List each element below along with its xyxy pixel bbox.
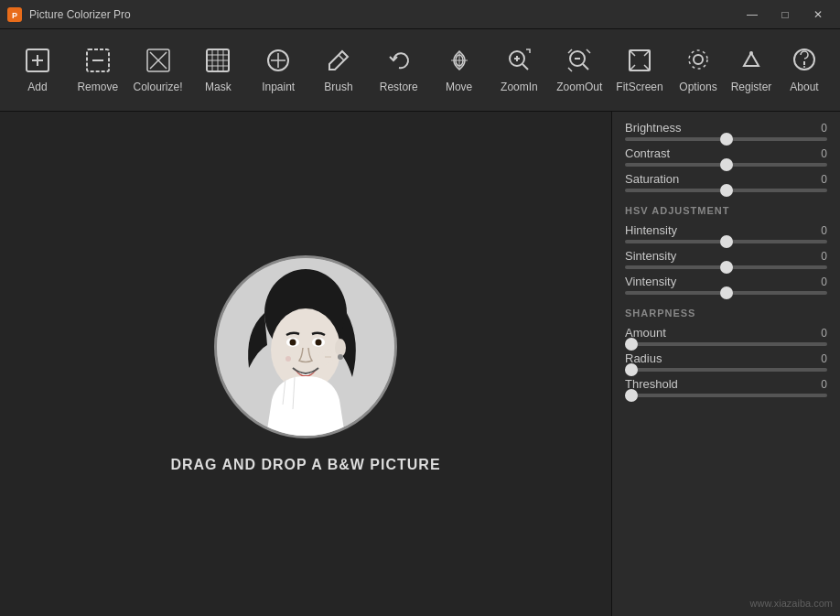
- tool-move-label: Move: [446, 81, 472, 93]
- svg-line-20: [339, 55, 344, 60]
- tool-colourize-label: Colourize!: [134, 81, 183, 93]
- tool-register-label: Register: [731, 81, 772, 93]
- amount-group: Amount 0: [625, 326, 827, 346]
- svg-point-44: [290, 339, 296, 345]
- tool-restore[interactable]: Restore: [371, 35, 427, 106]
- close-button[interactable]: ✕: [803, 5, 833, 24]
- tool-fitscreen-label: FitScreen: [616, 81, 662, 93]
- svg-point-34: [749, 51, 753, 55]
- fitscreen-icon: [627, 48, 652, 77]
- brightness-group: Brightness 0: [625, 121, 827, 141]
- tool-brush-label: Brush: [324, 81, 352, 93]
- sintensity-slider[interactable]: [625, 265, 827, 269]
- radius-group: Radius 0: [625, 351, 827, 372]
- drag-drop-text: DRAG AND DROP A B&W PICTURE: [170, 457, 440, 473]
- move-icon: [447, 48, 472, 77]
- tool-zoomin-label: ZoomIn: [501, 81, 538, 93]
- tool-remove-label: Remove: [77, 81, 118, 93]
- hsv-header: HSV ADJUSTMENT: [625, 205, 827, 216]
- add-icon: [25, 48, 50, 77]
- tool-register[interactable]: Register: [725, 35, 778, 106]
- vintensity-group: Vintensity 0: [625, 275, 827, 295]
- saturation-group: Saturation 0: [625, 172, 827, 192]
- sintensity-group: Sintensity 0: [625, 249, 827, 269]
- minimize-button[interactable]: —: [738, 5, 767, 24]
- tool-brush[interactable]: Brush: [310, 35, 367, 106]
- right-panel: Brightness 0 Contrast 0 Saturation 0 HSV…: [611, 112, 840, 616]
- tool-options[interactable]: Options: [672, 35, 725, 106]
- toolbar-right: Options Register About: [672, 35, 831, 106]
- tool-inpaint[interactable]: Inpaint: [250, 35, 307, 106]
- tool-remove[interactable]: Remove: [70, 35, 126, 106]
- toolbar: Add Remove Colourize!: [0, 29, 840, 112]
- window-controls: — □ ✕: [738, 5, 833, 24]
- tool-add[interactable]: Add: [9, 35, 66, 106]
- colourize-icon: [145, 48, 171, 77]
- svg-point-46: [285, 356, 291, 362]
- svg-point-32: [694, 55, 703, 64]
- brush-icon: [326, 48, 351, 77]
- inpaint-icon: [265, 48, 291, 77]
- tool-move[interactable]: Move: [431, 35, 488, 106]
- contrast-slider[interactable]: [625, 163, 827, 167]
- sharpness-header: SHARPNESS: [625, 308, 827, 319]
- tool-zoomout-label: ZoomOut: [556, 81, 602, 93]
- zoomin-icon: [506, 48, 532, 77]
- tool-zoomout[interactable]: ZoomOut: [551, 35, 608, 106]
- about-icon: [792, 48, 816, 77]
- tool-inpaint-label: Inpaint: [262, 81, 295, 93]
- app-icon: P: [7, 7, 22, 22]
- mask-icon: [205, 48, 231, 77]
- vintensity-slider[interactable]: [625, 291, 827, 295]
- amount-slider[interactable]: [625, 342, 827, 346]
- tool-options-label: Options: [679, 81, 716, 93]
- canvas-area[interactable]: DRAG AND DROP A B&W PICTURE: [0, 112, 611, 616]
- tool-fitscreen[interactable]: FitScreen: [611, 35, 668, 106]
- tool-about[interactable]: About: [778, 35, 831, 106]
- threshold-slider[interactable]: [625, 394, 827, 397]
- svg-point-48: [338, 354, 343, 360]
- svg-point-37: [803, 66, 805, 68]
- contrast-group: Contrast 0: [625, 146, 827, 167]
- tool-add-label: Add: [27, 81, 47, 93]
- title-text: Picture Colorizer Pro: [29, 8, 131, 21]
- radius-slider[interactable]: [625, 368, 827, 372]
- portrait-image: [214, 255, 397, 438]
- tool-mask-label: Mask: [205, 81, 232, 93]
- threshold-group: Threshold 0: [625, 377, 827, 397]
- title-bar: P Picture Colorizer Pro — □ ✕: [0, 0, 840, 29]
- tool-mask[interactable]: Mask: [189, 35, 246, 106]
- maximize-button[interactable]: □: [770, 5, 800, 24]
- restore-icon: [386, 48, 412, 77]
- tool-restore-label: Restore: [380, 81, 418, 93]
- tool-colourize[interactable]: Colourize!: [130, 35, 187, 106]
- tool-zoomin[interactable]: ZoomIn: [491, 35, 548, 106]
- remove-icon: [85, 48, 111, 77]
- svg-point-45: [316, 339, 322, 345]
- svg-line-25: [522, 64, 528, 70]
- options-icon: [686, 48, 710, 77]
- saturation-slider[interactable]: [625, 189, 827, 192]
- brightness-slider[interactable]: [625, 137, 827, 141]
- title-left: P Picture Colorizer Pro: [7, 7, 131, 22]
- register-icon: [739, 48, 763, 77]
- svg-point-33: [689, 50, 707, 69]
- svg-text:P: P: [12, 11, 17, 20]
- svg-line-29: [583, 64, 588, 70]
- tool-about-label: About: [790, 81, 818, 93]
- hintensity-slider[interactable]: [625, 240, 827, 243]
- hintensity-group: Hintensity 0: [625, 223, 827, 243]
- main-content: DRAG AND DROP A B&W PICTURE Brightness 0…: [0, 112, 840, 616]
- zoomout-icon: [566, 48, 592, 77]
